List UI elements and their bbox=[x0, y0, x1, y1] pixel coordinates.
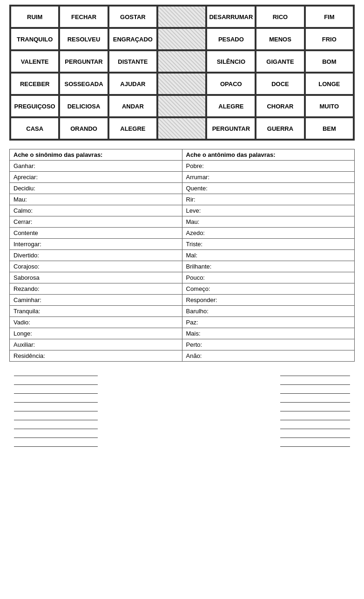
grid-cell-2-5: GIGANTE bbox=[256, 50, 304, 73]
table-row: Interrogar:Triste: bbox=[10, 239, 355, 250]
grid-cell-5-0: CASA bbox=[10, 117, 59, 140]
table-col1-8: Divertido: bbox=[10, 250, 182, 261]
table-row: Rezando:Começo: bbox=[10, 283, 355, 295]
table-col2-2: Quente: bbox=[182, 183, 355, 194]
right-sig-line-2 bbox=[280, 393, 350, 394]
table-col2-13: Barulho: bbox=[182, 306, 355, 317]
right-sig-line-7 bbox=[280, 437, 350, 438]
grid-cell-2-1: PERGUNTAR bbox=[59, 50, 108, 73]
table-col2-4: Leve: bbox=[182, 205, 355, 216]
table-col2-6: Azedo: bbox=[182, 228, 355, 239]
table-row: Calmo:Leve: bbox=[10, 205, 355, 216]
grid-cell-4-1: DELICIOSA bbox=[59, 95, 108, 117]
grid-cell-3-4: OPACO bbox=[206, 73, 256, 95]
table-col1-5: Cerrar: bbox=[10, 216, 182, 228]
table-row: Decidiu:Quente: bbox=[10, 183, 355, 194]
right-sig-line-8 bbox=[280, 446, 350, 447]
left-sig-line-4 bbox=[14, 411, 98, 411]
table-col1-16: Auxiliar: bbox=[10, 339, 182, 350]
grid-cell-5-2: ALEGRE bbox=[108, 117, 157, 140]
col2-header: Ache o antônimo das palavras: bbox=[182, 149, 355, 161]
grid-cell-1-0: TRANQUILO bbox=[10, 28, 59, 50]
vocab-table: Ache o sinônimo das palavras:Ache o antô… bbox=[9, 149, 355, 362]
right-sig-line-5 bbox=[280, 420, 350, 420]
lines-section bbox=[9, 376, 355, 447]
grid-cell-1-2: ENGRAÇADO bbox=[108, 28, 157, 50]
grid-cell-3-3 bbox=[157, 73, 206, 95]
grid-cell-0-3 bbox=[157, 6, 206, 28]
table-col1-9: Corajoso: bbox=[10, 261, 182, 272]
grid-cell-2-3 bbox=[157, 50, 206, 73]
table-col2-10: Pouco: bbox=[182, 272, 355, 283]
table-col1-13: Tranquila: bbox=[10, 306, 182, 317]
grid-cell-3-0: RECEBER bbox=[10, 73, 59, 95]
word-grid-container: RUIMFECHARGOSTARDESARRUMARRICOFIMTRANQUI… bbox=[9, 5, 355, 141]
table-row: Vadio:Paz: bbox=[10, 317, 355, 328]
grid-cell-3-5: DOCE bbox=[256, 73, 304, 95]
table-col2-16: Perto: bbox=[182, 339, 355, 350]
grid-cell-1-5: MENOS bbox=[256, 28, 304, 50]
col1-header: Ache o sinônimo das palavras: bbox=[10, 149, 182, 161]
grid-cell-0-0: RUIM bbox=[10, 6, 59, 28]
left-sig-line-1 bbox=[14, 384, 98, 385]
table-col1-3: Mau: bbox=[10, 194, 182, 205]
grid-cell-2-4: SILÊNCIO bbox=[206, 50, 256, 73]
grid-cell-0-1: FECHAR bbox=[59, 6, 108, 28]
right-sig-line-6 bbox=[280, 429, 350, 429]
table-col2-14: Paz: bbox=[182, 317, 355, 328]
word-grid: RUIMFECHARGOSTARDESARRUMARRICOFIMTRANQUI… bbox=[10, 6, 354, 140]
table-row: Auxiliar:Perto: bbox=[10, 339, 355, 350]
table-col1-2: Decidiu: bbox=[10, 183, 182, 194]
grid-cell-5-5: GUERRA bbox=[256, 117, 304, 140]
grid-cell-2-2: DISTANTE bbox=[108, 50, 157, 73]
grid-cell-5-6: BEM bbox=[305, 117, 354, 140]
grid-cell-0-4: DESARRUMAR bbox=[206, 6, 256, 28]
grid-cell-1-3 bbox=[157, 28, 206, 50]
left-sig-line-5 bbox=[14, 420, 98, 420]
grid-cell-4-2: ANDAR bbox=[108, 95, 157, 117]
table-col2-8: Mal: bbox=[182, 250, 355, 261]
table-col1-0: Ganhar: bbox=[10, 161, 182, 172]
table-col2-9: Brilhante: bbox=[182, 261, 355, 272]
left-sig-line-3 bbox=[14, 402, 98, 403]
grid-cell-1-6: FRIO bbox=[305, 28, 354, 50]
left-sig-line-2 bbox=[14, 393, 98, 394]
grid-cell-3-2: AJUDAR bbox=[108, 73, 157, 95]
table-row: Caminhar:Responder: bbox=[10, 295, 355, 306]
grid-cell-3-1: SOSSEGADA bbox=[59, 73, 108, 95]
grid-cell-3-6: LONGE bbox=[305, 73, 354, 95]
grid-cell-0-2: GOSTAR bbox=[108, 6, 157, 28]
grid-cell-4-5: CHORAR bbox=[256, 95, 304, 117]
grid-cell-4-3 bbox=[157, 95, 206, 117]
right-lines-group bbox=[280, 376, 350, 447]
right-sig-line-3 bbox=[280, 402, 350, 403]
table-row: Divertido:Mal: bbox=[10, 250, 355, 261]
table-col1-1: Apreciar: bbox=[10, 172, 182, 183]
grid-cell-2-0: VALENTE bbox=[10, 50, 59, 73]
table-row: SaborosaPouco: bbox=[10, 272, 355, 283]
table-row: Longe:Mais: bbox=[10, 328, 355, 339]
grid-cell-4-0: PREGUIÇOSO bbox=[10, 95, 59, 117]
table-col1-11: Rezando: bbox=[10, 283, 182, 295]
table-row: Corajoso:Brilhante: bbox=[10, 261, 355, 272]
right-sig-line-4 bbox=[280, 411, 350, 411]
left-lines-group bbox=[14, 376, 98, 447]
grid-cell-0-6: FIM bbox=[305, 6, 354, 28]
grid-cell-4-4: ALEGRE bbox=[206, 95, 256, 117]
table-row: Tranquila:Barulho: bbox=[10, 306, 355, 317]
grid-cell-0-5: RICO bbox=[256, 6, 304, 28]
table-col2-7: Triste: bbox=[182, 239, 355, 250]
grid-cell-1-1: RESOLVEU bbox=[59, 28, 108, 50]
table-col2-3: Rir: bbox=[182, 194, 355, 205]
table-col1-15: Longe: bbox=[10, 328, 182, 339]
table-col1-10: Saborosa bbox=[10, 272, 182, 283]
table-row: ContenteAzedo: bbox=[10, 228, 355, 239]
table-col1-12: Caminhar: bbox=[10, 295, 182, 306]
table-row: Cerrar:Mau: bbox=[10, 216, 355, 228]
right-sig-line-0 bbox=[280, 376, 350, 376]
left-sig-line-0 bbox=[14, 376, 98, 376]
table-col1-14: Vadio: bbox=[10, 317, 182, 328]
table-col2-0: Pobre: bbox=[182, 161, 355, 172]
table-col2-5: Mau: bbox=[182, 216, 355, 228]
table-col2-11: Começo: bbox=[182, 283, 355, 295]
